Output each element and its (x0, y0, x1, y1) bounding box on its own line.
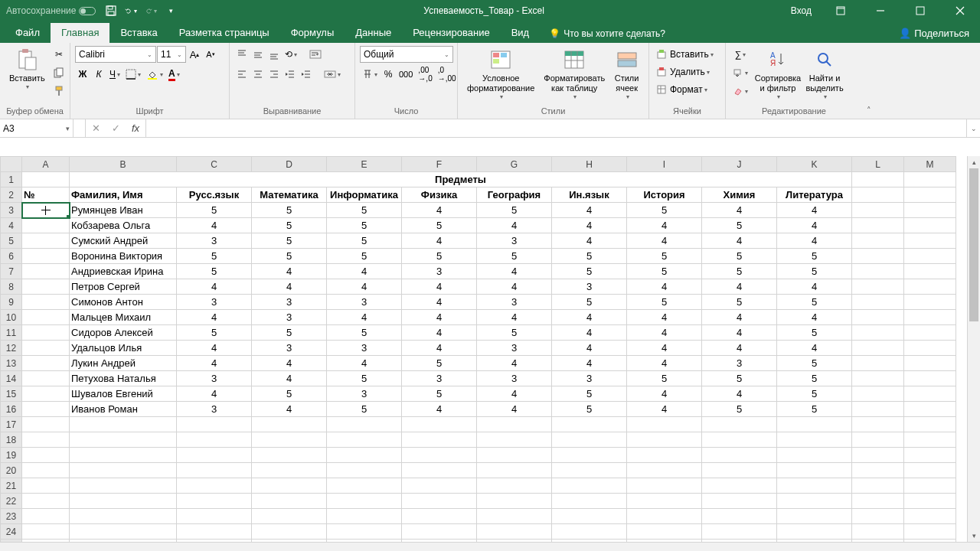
delete-cells-button[interactable]: Удалить▾ (654, 64, 720, 80)
paste-button[interactable]: Вставить ▾ (5, 46, 50, 93)
cell[interactable]: 4 (252, 264, 327, 279)
cell[interactable]: 5 (252, 249, 327, 264)
merged-header[interactable]: Предметы (70, 172, 852, 187)
cell[interactable] (904, 524, 956, 540)
cell[interactable] (70, 463, 177, 478)
cell[interactable] (177, 524, 252, 540)
cell[interactable] (777, 478, 852, 494)
cell[interactable]: 4 (177, 310, 252, 325)
share-button[interactable]: 👤Поделиться (888, 24, 980, 43)
cell[interactable]: 5 (552, 386, 627, 402)
percent-icon[interactable]: % (381, 66, 396, 83)
col-header-I[interactable]: I (627, 157, 702, 172)
fx-icon[interactable]: fx (126, 119, 145, 137)
col-header-E[interactable]: E (327, 157, 402, 172)
cell[interactable] (70, 524, 177, 540)
cell[interactable] (252, 494, 327, 509)
cell[interactable]: 4 (627, 279, 702, 295)
cell[interactable] (22, 249, 70, 264)
cell[interactable] (402, 463, 477, 478)
cell[interactable] (22, 386, 70, 402)
cell[interactable] (904, 325, 956, 341)
cell[interactable] (552, 478, 627, 494)
cell[interactable] (627, 478, 702, 494)
scroll-thumb[interactable] (969, 168, 978, 321)
cell[interactable]: 4 (627, 218, 702, 233)
cell[interactable] (252, 524, 327, 540)
decrease-decimal-icon[interactable]: ,0→,00 (436, 66, 459, 83)
cell[interactable]: 5 (777, 402, 852, 417)
cell[interactable] (22, 356, 70, 371)
cell[interactable] (22, 325, 70, 341)
cell[interactable] (402, 524, 477, 540)
cell[interactable] (177, 417, 252, 432)
cell[interactable]: 5 (177, 249, 252, 264)
cell[interactable] (852, 432, 904, 448)
italic-icon[interactable]: К (91, 66, 106, 83)
selected-cell[interactable] (22, 203, 70, 218)
cell[interactable] (327, 478, 402, 494)
cell[interactable] (852, 386, 904, 402)
cell[interactable] (852, 524, 904, 540)
cell[interactable]: 4 (402, 325, 477, 341)
col-header-G[interactable]: G (477, 157, 552, 172)
cell[interactable] (852, 341, 904, 356)
scroll-down-icon[interactable]: ▾ (968, 530, 980, 542)
cell[interactable] (702, 432, 777, 448)
cell[interactable]: Петров Сергей (70, 279, 177, 295)
cell[interactable]: 5 (327, 218, 402, 233)
cell[interactable]: 4 (177, 341, 252, 356)
cell[interactable]: 5 (777, 356, 852, 371)
cell[interactable]: Кобзарева Ольга (70, 218, 177, 233)
tab-home[interactable]: Главная (51, 23, 109, 43)
cell[interactable] (552, 417, 627, 432)
cell[interactable]: 4 (627, 356, 702, 371)
cell[interactable] (70, 494, 177, 509)
cell[interactable] (327, 448, 402, 463)
cell[interactable]: 5 (477, 249, 552, 264)
cell[interactable] (852, 279, 904, 295)
cell[interactable]: 5 (702, 371, 777, 386)
cell[interactable]: Сумский Андрей (70, 233, 177, 249)
tell-me[interactable]: 💡Что вы хотите сделать? (549, 28, 665, 43)
cell[interactable]: 5 (702, 249, 777, 264)
cell[interactable] (252, 432, 327, 448)
cell[interactable] (777, 417, 852, 432)
cell[interactable]: 4 (252, 279, 327, 295)
cell[interactable]: 5 (552, 402, 627, 417)
cell[interactable] (22, 448, 70, 463)
align-center-icon[interactable] (250, 66, 266, 83)
cell[interactable] (904, 356, 956, 371)
cell[interactable]: 5 (777, 386, 852, 402)
cell[interactable] (402, 494, 477, 509)
indent-decrease-icon[interactable] (283, 66, 298, 83)
cell[interactable] (22, 172, 70, 187)
cell[interactable]: 4 (777, 279, 852, 295)
cell[interactable]: 5 (327, 325, 402, 341)
cell[interactable]: 5 (327, 233, 402, 249)
cell[interactable]: 4 (477, 279, 552, 295)
cell[interactable]: 3 (402, 371, 477, 386)
cell[interactable]: 5 (477, 203, 552, 218)
vertical-scrollbar[interactable]: ▴ ▾ (967, 156, 980, 542)
cell[interactable]: 4 (627, 233, 702, 249)
cell[interactable] (904, 432, 956, 448)
cell[interactable] (852, 478, 904, 494)
cell[interactable] (852, 203, 904, 218)
cell[interactable]: 5 (777, 295, 852, 310)
cell[interactable] (22, 371, 70, 386)
format-table-button[interactable]: Форматировать как таблицу▾ (539, 46, 609, 103)
cell[interactable] (177, 494, 252, 509)
cell[interactable] (852, 463, 904, 478)
cell[interactable]: 5 (627, 249, 702, 264)
autosum-icon[interactable]: ∑▾ (730, 46, 750, 63)
format-painter-icon[interactable] (51, 83, 67, 99)
cell[interactable] (177, 509, 252, 524)
cell[interactable]: 3 (327, 341, 402, 356)
cell[interactable] (70, 478, 177, 494)
cell[interactable]: 4 (627, 325, 702, 341)
cell[interactable]: 4 (552, 203, 627, 218)
cell[interactable]: 4 (552, 233, 627, 249)
save-icon[interactable] (105, 5, 117, 17)
fill-color-icon[interactable]: ▾ (144, 66, 165, 83)
